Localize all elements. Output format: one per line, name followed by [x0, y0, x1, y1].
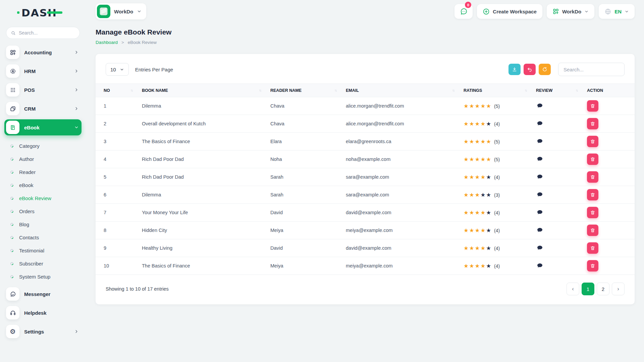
- chevron-down-icon: [74, 125, 79, 130]
- sort-icon[interactable]: ↑↓: [130, 88, 132, 92]
- cell-action: [587, 204, 635, 222]
- sidebar-item-helpdesk[interactable]: Helpdesk: [4, 305, 82, 321]
- delete-button[interactable]: [587, 136, 598, 147]
- star-filled-icon: ★: [469, 174, 475, 180]
- table-row: 4 Rich Dad Poor Dad Noha noha@example.co…: [96, 150, 635, 168]
- star-filled-icon: ★: [464, 103, 469, 109]
- star-filled-icon: ★: [475, 138, 481, 144]
- view-review-button[interactable]: [536, 102, 544, 110]
- cell-book-name: Dilemma: [142, 186, 270, 204]
- breadcrumb-dashboard-link[interactable]: Dashboard: [96, 40, 118, 45]
- bullet-icon: [10, 222, 14, 227]
- comment-bubble-icon: [537, 209, 543, 216]
- delete-button[interactable]: [587, 154, 598, 165]
- star-filled-icon: ★: [480, 174, 486, 180]
- view-review-button[interactable]: [536, 208, 544, 216]
- delete-button[interactable]: [587, 100, 598, 112]
- column-label: RATINGS: [464, 88, 482, 93]
- view-review-button[interactable]: [536, 120, 544, 127]
- sidebar-subitem-ebook-review[interactable]: eBook Review: [10, 192, 81, 205]
- back-undo-button[interactable]: [524, 64, 536, 75]
- refresh-button[interactable]: [539, 64, 551, 75]
- delete-button[interactable]: [587, 207, 598, 218]
- workspace-switcher[interactable]: WorkDo: [96, 3, 146, 19]
- view-review-button[interactable]: [536, 155, 544, 163]
- column-label: BOOK NAME: [142, 88, 168, 93]
- star-filled-icon: ★: [469, 156, 475, 162]
- star-filled-icon: ★: [464, 227, 469, 233]
- pagination-page-2[interactable]: 2: [597, 283, 609, 295]
- view-review-button[interactable]: [536, 137, 544, 145]
- sort-icon[interactable]: ↑↓: [576, 88, 578, 92]
- delete-button[interactable]: [587, 118, 598, 129]
- sidebar-subitem-subscriber[interactable]: Subscriber: [10, 257, 81, 270]
- sidebar-subitem-blog[interactable]: Blog: [10, 218, 81, 231]
- sidebar-subitem-system-setup[interactable]: System Setup: [10, 270, 81, 283]
- bullet-icon: [10, 157, 14, 161]
- delete-button[interactable]: [587, 225, 598, 236]
- pagination-prev-button[interactable]: ‹: [567, 283, 579, 295]
- rating-count: (4): [494, 210, 500, 216]
- comment-bubble-icon: [537, 156, 543, 162]
- grid-plus-icon: [552, 8, 559, 15]
- sort-icon[interactable]: ↑↓: [334, 88, 336, 92]
- sort-icon[interactable]: ↑↓: [452, 88, 454, 92]
- sidebar-subitem-orders[interactable]: Orders: [10, 205, 81, 218]
- workspace-menu-button[interactable]: WorkDo: [547, 4, 594, 19]
- sidebar-subitem-reader[interactable]: Reader: [10, 166, 81, 179]
- delete-button[interactable]: [587, 242, 598, 254]
- pagination-page-1[interactable]: 1: [582, 283, 594, 295]
- sort-icon[interactable]: ↑↓: [259, 88, 261, 92]
- sidebar-item-label: Settings: [24, 329, 69, 335]
- star-filled-icon: ★: [486, 138, 492, 144]
- cell-action: [587, 150, 635, 168]
- sort-icon[interactable]: ↑↓: [525, 88, 527, 92]
- bullet-icon: [10, 170, 14, 174]
- bullet-icon: [10, 261, 14, 266]
- cell-book-name: Overall development of Kutch: [142, 115, 270, 133]
- comment-bubble-icon: [537, 120, 543, 127]
- sidebar-subitem-contacts[interactable]: Contacts: [10, 231, 81, 244]
- cell-email: meiya@example.com: [346, 257, 464, 275]
- sidebar-item-hrm[interactable]: HRM: [4, 63, 82, 79]
- view-review-button[interactable]: [536, 173, 544, 181]
- entries-summary: Showing 1 to 10 of 17 entries: [106, 286, 169, 292]
- trash-icon: [590, 157, 595, 162]
- sidebar-item-pos[interactable]: POS: [4, 82, 82, 98]
- delete-button[interactable]: [587, 171, 598, 183]
- cards-icon: [6, 102, 19, 115]
- messages-button[interactable]: 0: [454, 4, 473, 19]
- star-filled-icon: ★: [475, 103, 481, 109]
- view-review-button[interactable]: [536, 191, 544, 198]
- sidebar-item-accounting[interactable]: Accounting: [4, 44, 82, 60]
- sidebar-item-settings[interactable]: ⚙ Settings: [4, 323, 82, 340]
- create-workspace-button[interactable]: Create Workspace: [477, 4, 542, 19]
- cell-no: 10: [96, 257, 142, 275]
- chat-bubble-icon: [460, 8, 468, 15]
- sidebar-subitem-testimonial[interactable]: Testimonial: [10, 244, 81, 257]
- cell-ratings: ★★★★★(3): [464, 186, 536, 204]
- cell-review: [536, 186, 587, 204]
- sidebar-item-crm[interactable]: CRM: [4, 101, 82, 117]
- view-review-button[interactable]: [536, 262, 544, 269]
- workspace-menu-label: WorkDo: [562, 9, 581, 14]
- pagination-next-button[interactable]: ›: [612, 283, 625, 295]
- view-review-button[interactable]: [536, 226, 544, 234]
- sidebar-item-messenger[interactable]: Messenger: [4, 286, 82, 302]
- delete-button[interactable]: [587, 189, 598, 200]
- language-selector[interactable]: EN: [599, 4, 635, 19]
- delete-button[interactable]: [587, 260, 598, 272]
- sidebar-subitem-label: eBook: [19, 182, 34, 188]
- star-filled-icon: ★: [469, 103, 475, 109]
- export-download-button[interactable]: [508, 64, 521, 75]
- page-title: Manage eBook Review: [96, 28, 635, 36]
- table-search-input[interactable]: [558, 63, 625, 76]
- view-review-button[interactable]: [536, 244, 544, 252]
- sidebar-subitem-category[interactable]: Category: [10, 139, 81, 153]
- entries-per-page-select[interactable]: 10: [106, 63, 129, 76]
- sidebar-search-input[interactable]: [19, 30, 75, 36]
- sidebar-item-ebook[interactable]: eBook: [4, 119, 82, 135]
- column-label: REVIEW: [536, 88, 552, 93]
- sidebar-subitem-ebook[interactable]: eBook: [10, 179, 81, 192]
- sidebar-subitem-author[interactable]: Author: [10, 153, 81, 166]
